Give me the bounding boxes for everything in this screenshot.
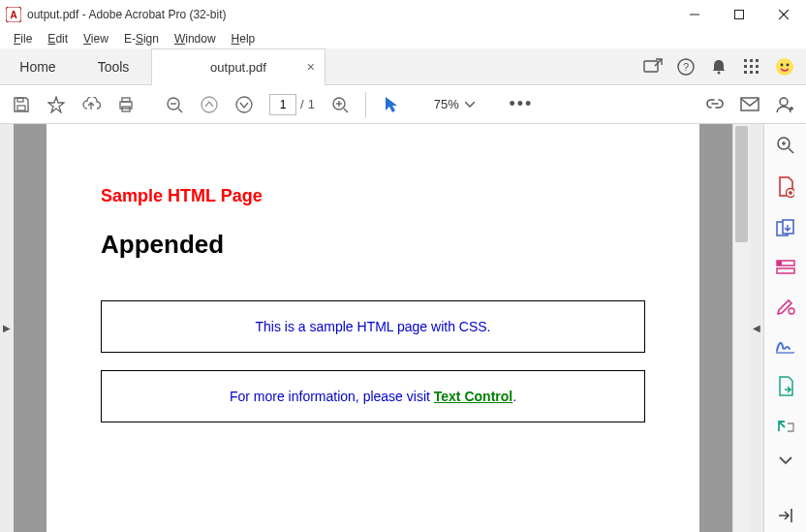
page-separator: / (300, 97, 304, 111)
search-in-doc-icon[interactable] (774, 136, 797, 155)
more-tools-rail-icon[interactable] (774, 419, 797, 434)
page-indicator: / 1 (269, 94, 315, 115)
text-control-link[interactable]: Text Control (434, 389, 512, 404)
svg-rect-26 (122, 98, 130, 102)
selection-tool-icon[interactable] (378, 91, 405, 118)
toolbar: / 1 75% ••• (0, 85, 806, 124)
cloud-upload-icon[interactable] (78, 91, 105, 118)
document-tab[interactable]: output.pdf × (151, 48, 326, 85)
pdf-page: Sample HTML Page Appended This is a samp… (46, 124, 699, 532)
home-tab[interactable]: Home (0, 48, 76, 84)
edit-pdf-icon[interactable] (774, 297, 797, 316)
export-pdf-icon[interactable] (774, 376, 797, 397)
doc-box-2-suffix: . (512, 389, 516, 404)
close-button[interactable] (761, 0, 806, 29)
svg-rect-52 (777, 261, 782, 266)
svg-line-42 (789, 148, 793, 153)
email-icon[interactable] (736, 91, 763, 118)
sign-icon[interactable] (774, 337, 797, 355)
svg-rect-16 (756, 65, 759, 68)
page-number-input[interactable] (269, 94, 296, 115)
svg-point-53 (789, 308, 794, 314)
svg-point-20 (776, 58, 793, 76)
svg-rect-3 (735, 11, 744, 19)
svg-point-22 (787, 63, 790, 66)
page-up-icon[interactable] (196, 91, 223, 118)
svg-rect-18 (750, 71, 753, 74)
apps-grid-icon[interactable] (742, 57, 761, 77)
svg-rect-13 (756, 59, 759, 62)
chevron-down-icon (465, 102, 475, 108)
zoom-out-icon[interactable] (161, 91, 188, 118)
help-icon[interactable]: ? (676, 57, 696, 77)
svg-rect-37 (741, 98, 759, 110)
svg-point-21 (781, 63, 784, 66)
svg-rect-14 (744, 65, 747, 68)
doc-box-2: For more information, please visit Text … (101, 370, 645, 422)
more-tools-icon[interactable]: ••• (508, 91, 535, 118)
print-icon[interactable] (112, 91, 140, 118)
app-icon: A (6, 7, 21, 22)
svg-rect-11 (744, 59, 747, 62)
menu-edit[interactable]: Edit (42, 30, 74, 47)
page-down-icon[interactable] (231, 91, 258, 118)
zoom-in-icon[interactable] (326, 91, 354, 118)
link-icon[interactable] (701, 91, 728, 118)
maximize-button[interactable] (717, 0, 761, 29)
tools-tab[interactable]: Tools (76, 48, 151, 84)
svg-text:A: A (10, 10, 16, 20)
window-title: output.pdf - Adobe Acrobat Pro (32-bit) (27, 8, 226, 21)
menu-bar: File Edit View E-Sign Window Help (0, 29, 806, 48)
svg-rect-23 (17, 106, 25, 110)
svg-point-38 (780, 98, 788, 106)
create-pdf-icon[interactable] (774, 176, 797, 198)
zoom-select[interactable]: 75% (434, 97, 475, 111)
document-tab-label: output.pdf (210, 60, 266, 75)
svg-rect-6 (644, 61, 658, 72)
organize-pages-icon[interactable] (774, 260, 797, 275)
svg-point-10 (718, 71, 721, 74)
page-gutter-right (699, 124, 732, 532)
doc-heading-black: Appended (101, 230, 645, 260)
chevron-down-rail-icon[interactable] (774, 455, 797, 465)
main-area: ▶ Sample HTML Page Appended This is a sa… (0, 124, 806, 532)
svg-rect-15 (750, 65, 753, 68)
svg-point-31 (202, 97, 217, 112)
menu-esign[interactable]: E-Sign (118, 30, 165, 47)
document-viewer: Sample HTML Page Appended This is a samp… (14, 124, 750, 532)
right-panel-toggle[interactable]: ◀ (750, 124, 763, 532)
minimize-button[interactable] (672, 0, 717, 29)
menu-file[interactable]: File (8, 30, 38, 47)
svg-line-29 (178, 109, 182, 112)
svg-point-32 (236, 97, 252, 112)
share-screen-icon[interactable] (643, 57, 663, 77)
menu-window[interactable]: Window (169, 30, 222, 47)
doc-heading-red: Sample HTML Page (101, 186, 645, 206)
svg-rect-17 (744, 71, 747, 74)
doc-box-2-prefix: For more information, please visit (230, 389, 434, 404)
svg-rect-12 (750, 59, 753, 62)
save-icon[interactable] (8, 91, 35, 118)
menu-help[interactable]: Help (226, 30, 262, 47)
page-total: 1 (308, 97, 315, 111)
left-panel-toggle[interactable]: ▶ (0, 124, 14, 532)
document-tab-bar: Home Tools output.pdf × ? (0, 48, 806, 85)
bell-icon[interactable] (709, 57, 728, 77)
menu-view[interactable]: View (78, 30, 114, 47)
doc-box-1: This is a sample HTML page with CSS. (101, 300, 645, 353)
collapse-rail-icon[interactable] (774, 508, 797, 523)
svg-line-34 (344, 109, 348, 112)
profile-icon[interactable] (775, 57, 794, 77)
scrollbar-thumb[interactable] (735, 126, 748, 242)
tabbar-utilities: ? (643, 48, 806, 84)
vertical-scrollbar[interactable] (732, 124, 750, 532)
combine-files-icon[interactable] (774, 219, 797, 238)
right-tool-rail (763, 124, 806, 532)
svg-text:?: ? (683, 61, 689, 73)
page-gutter-left (14, 124, 46, 532)
title-bar: A output.pdf - Adobe Acrobat Pro (32-bit… (0, 0, 806, 29)
close-tab-icon[interactable]: × (307, 59, 315, 75)
svg-rect-19 (756, 71, 759, 74)
star-icon[interactable] (43, 91, 70, 118)
account-add-icon[interactable] (771, 91, 798, 118)
